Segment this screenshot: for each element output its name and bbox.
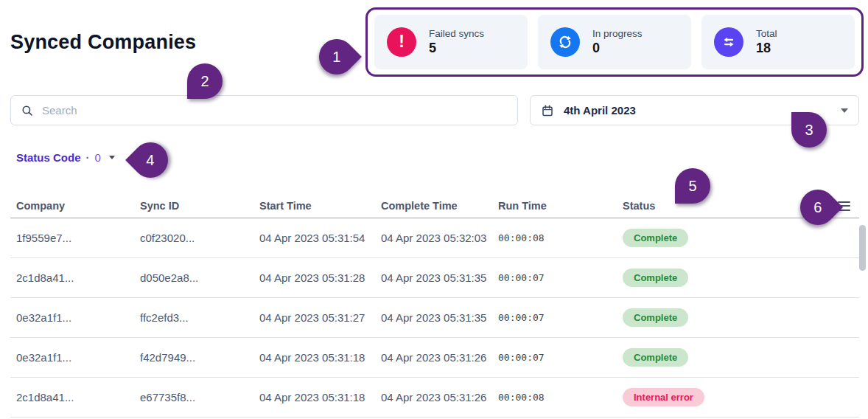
chevron-down-icon[interactable] <box>841 108 848 113</box>
calendar-icon <box>541 104 554 117</box>
syncs-table: Company Sync ID Start Time Complete Time… <box>10 194 859 418</box>
status-cell: Complete <box>623 229 859 247</box>
company-cell: 0e32a1f1... <box>16 311 140 324</box>
status-badge: Complete <box>623 308 688 327</box>
complete-time-cell: 04 Apr 2023 05:31:26 <box>381 351 498 364</box>
run-time-cell: 00:00:07 <box>498 352 623 363</box>
search-box[interactable] <box>10 95 518 125</box>
failed-syncs-value: 5 <box>429 41 484 56</box>
sync-id-cell: d050e2a8... <box>140 271 259 284</box>
transfer-icon <box>714 27 743 57</box>
sync-id-cell: e67735f8... <box>140 391 259 404</box>
status-badge: Complete <box>623 348 688 367</box>
annotation-badge-4: 4 <box>125 135 175 185</box>
run-time-cell: 00:00:08 <box>498 232 623 243</box>
complete-time-cell: 04 Apr 2023 05:31:26 <box>381 391 498 404</box>
synced-companies-page: Synced Companies ! Failed syncs 5 In pro… <box>0 0 868 419</box>
status-cell: Complete <box>623 308 859 327</box>
in-progress-value: 0 <box>592 41 643 56</box>
start-time-cell: 04 Apr 2023 05:31:27 <box>259 311 381 324</box>
annotation-badge-1: 1 <box>312 32 362 82</box>
status-badge: Internal error <box>623 388 704 406</box>
total-card: Total 18 <box>701 15 855 69</box>
status-badge: Complete <box>623 229 688 247</box>
in-progress-label: In progress <box>592 28 643 39</box>
column-header-sync-id[interactable]: Sync ID <box>140 200 259 212</box>
company-cell: 2c1d8a41... <box>16 271 140 284</box>
table-row[interactable]: 2c1d8a41... e67735f8... 04 Apr 2023 05:3… <box>10 378 859 418</box>
total-value: 18 <box>756 41 777 56</box>
table-header: Company Sync ID Start Time Complete Time… <box>10 194 859 218</box>
complete-time-cell: 04 Apr 2023 05:31:35 <box>381 311 498 324</box>
failed-syncs-label: Failed syncs <box>429 28 484 39</box>
company-cell: 0e32a1f1... <box>16 351 140 364</box>
failed-syncs-card: ! Failed syncs 5 <box>374 15 528 69</box>
exclamation-glyph: ! <box>399 32 405 50</box>
status-cell: Complete <box>623 269 859 287</box>
table-row[interactable]: 0e32a1f1... f42d7949... 04 Apr 2023 05:3… <box>10 338 859 378</box>
column-header-run-time[interactable]: Run Time <box>498 200 623 212</box>
table-row[interactable]: 2c1d8a41... d050e2a8... 04 Apr 2023 05:3… <box>10 258 859 298</box>
status-code-filter[interactable]: Status Code · 0 <box>16 151 115 164</box>
column-header-company[interactable]: Company <box>16 200 140 212</box>
company-cell: 2c1d8a41... <box>16 391 140 404</box>
run-time-cell: 00:00:08 <box>498 392 623 403</box>
column-header-start-time[interactable]: Start Time <box>259 200 381 212</box>
start-time-cell: 04 Apr 2023 05:31:54 <box>259 232 381 244</box>
date-value: 4th April 2023 <box>564 104 636 117</box>
total-label: Total <box>756 28 777 39</box>
vertical-scrollbar[interactable] <box>859 225 866 271</box>
run-time-cell: 00:00:07 <box>498 272 623 283</box>
column-header-complete-time[interactable]: Complete Time <box>381 200 498 212</box>
chevron-down-icon <box>109 156 115 159</box>
company-cell: 1f9559e7... <box>16 232 140 244</box>
start-time-cell: 04 Apr 2023 05:31:28 <box>259 271 381 284</box>
table-row[interactable]: 0e32a1f1... ffc2efd3... 04 Apr 2023 05:3… <box>10 298 859 338</box>
sync-id-cell: c0f23020... <box>140 232 259 244</box>
complete-time-cell: 04 Apr 2023 05:32:03 <box>381 232 498 244</box>
table-row[interactable]: 1f9559e7... c0f23020... 04 Apr 2023 05:3… <box>10 218 859 258</box>
stats-annotation-frame: ! Failed syncs 5 In progress 0 <box>365 7 864 77</box>
start-time-cell: 04 Apr 2023 05:31:18 <box>259 351 381 364</box>
sync-id-cell: f42d7949... <box>140 351 259 364</box>
search-input[interactable] <box>42 104 508 117</box>
alert-icon: ! <box>387 27 416 57</box>
in-progress-card: In progress 0 <box>538 15 691 69</box>
annotation-badge-5: 5 <box>675 168 710 204</box>
status-cell: Internal error <box>623 388 859 406</box>
search-icon <box>21 104 34 117</box>
annotation-badge-2: 2 <box>187 63 223 99</box>
start-time-cell: 04 Apr 2023 05:31:18 <box>259 391 381 404</box>
complete-time-cell: 04 Apr 2023 05:31:35 <box>381 271 498 284</box>
status-cell: Complete <box>623 348 859 367</box>
status-code-label: Status Code <box>16 151 81 164</box>
status-code-separator: · <box>86 151 90 164</box>
sync-icon <box>550 27 580 57</box>
run-time-cell: 00:00:07 <box>498 312 623 323</box>
status-badge: Complete <box>623 269 688 287</box>
page-title: Synced Companies <box>10 31 196 54</box>
annotation-badge-3: 3 <box>791 112 827 148</box>
sync-id-cell: ffc2efd3... <box>140 311 259 324</box>
status-code-value: 0 <box>95 151 101 164</box>
